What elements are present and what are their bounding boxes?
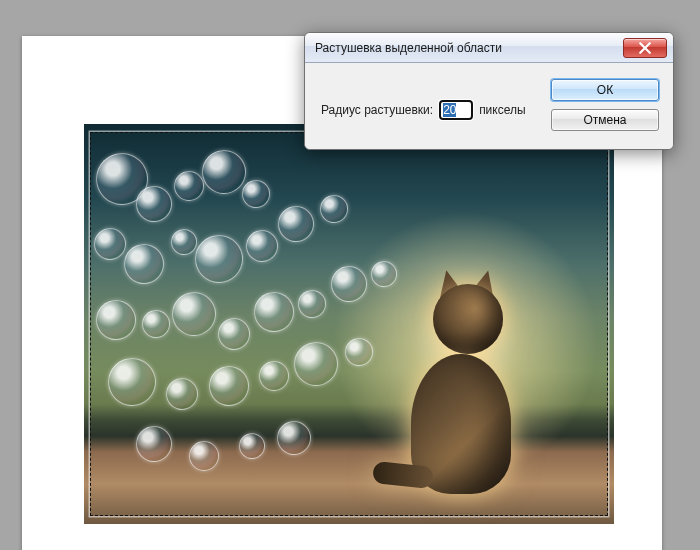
bubble	[96, 300, 136, 340]
bubble	[294, 342, 338, 386]
bubble	[142, 310, 170, 338]
bubble	[209, 366, 249, 406]
unit-label: пикселы	[479, 103, 526, 117]
bubble	[320, 195, 348, 223]
feather-radius-input[interactable]	[439, 100, 473, 120]
bubble	[202, 150, 246, 194]
bubble	[124, 244, 164, 284]
bubble	[136, 426, 172, 462]
bubble	[254, 292, 294, 332]
bubble	[172, 292, 216, 336]
feather-radius-label: Радиус растушевки:	[321, 103, 433, 117]
button-column: ОК Отмена	[551, 79, 659, 131]
bubble	[278, 206, 314, 242]
bubble	[246, 230, 278, 262]
bubble	[166, 378, 198, 410]
dialog-titlebar[interactable]: Растушевка выделенной области	[305, 33, 673, 63]
bubble	[94, 228, 126, 260]
bubble	[239, 433, 265, 459]
bubble	[242, 180, 270, 208]
bubble	[298, 290, 326, 318]
bubble	[331, 266, 367, 302]
bubble	[218, 318, 250, 350]
bubble	[259, 361, 289, 391]
close-button[interactable]	[623, 38, 667, 58]
cat-illustration	[391, 284, 531, 494]
bubble	[195, 235, 243, 283]
bubble	[171, 229, 197, 255]
close-icon	[639, 42, 651, 54]
dialog-body: Радиус растушевки: пикселы ОК Отмена	[305, 63, 673, 149]
dialog-title: Растушевка выделенной области	[315, 41, 623, 55]
ok-button[interactable]: ОК	[551, 79, 659, 101]
workspace: Растушевка выделенной области Радиус рас…	[0, 0, 700, 550]
bubble	[345, 338, 373, 366]
bubble	[174, 171, 204, 201]
bubble	[136, 186, 172, 222]
bubble	[189, 441, 219, 471]
bubble	[277, 421, 311, 455]
form-area: Радиус растушевки: пикселы	[321, 79, 537, 131]
image-layer[interactable]	[84, 124, 614, 524]
cancel-button[interactable]: Отмена	[551, 109, 659, 131]
feather-selection-dialog: Растушевка выделенной области Радиус рас…	[304, 32, 674, 150]
bubble	[108, 358, 156, 406]
